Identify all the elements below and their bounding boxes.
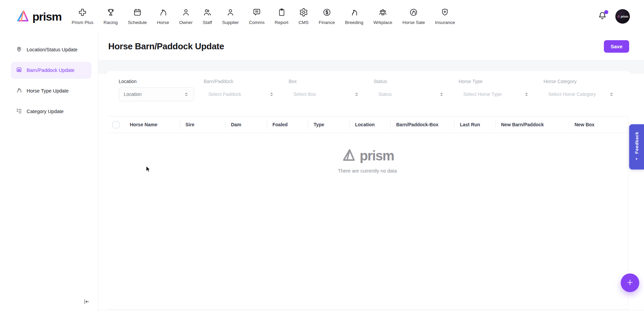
nav-item-label: Prism Plus (72, 20, 94, 25)
nav-item-prism-plus[interactable]: Prism Plus (72, 8, 94, 25)
filter-select-value: Select Horse Category (548, 92, 609, 97)
chevrons-updown-icon (609, 92, 614, 97)
filter-select-horse-category[interactable]: Select Horse Category (544, 87, 619, 101)
column-header-new-barn-paddock: New Barn/Paddock (495, 116, 569, 133)
nav-item-horse[interactable]: Horse (157, 8, 169, 25)
table-header-row: Horse Name Sire Dam Foaled Type Location… (107, 116, 628, 133)
nav-item-supplier[interactable]: Supplier (222, 8, 239, 25)
dollar-icon (322, 8, 331, 17)
nav-item-label: Breeding (345, 20, 363, 25)
nav-item-label: Racing (104, 20, 118, 25)
select-all-checkbox[interactable] (112, 121, 119, 128)
sidebar-item-category-update[interactable]: Category Update (11, 103, 91, 120)
nav-item-staff[interactable]: Staff (203, 8, 212, 25)
sidebar-collapse-button[interactable] (82, 298, 91, 307)
nav-item-schedule[interactable]: Schedule (128, 8, 147, 25)
nav-item-insurance[interactable]: Insurance (435, 8, 455, 25)
filter-select-barn-paddock[interactable]: Select Paddock (204, 87, 279, 101)
chevrons-updown-icon (269, 92, 274, 97)
sidebar-item-horse-type-update[interactable]: Horse Type Update (11, 82, 91, 99)
prism-wordmark: prism (32, 11, 62, 22)
page-title: Horse Barn/Paddock Update (108, 41, 224, 52)
column-header-label: Sire (185, 122, 194, 127)
chevrons-updown-icon (183, 92, 189, 97)
nav-item-label: Schedule (128, 20, 147, 25)
filter-select-value: Select Horse Type (463, 92, 524, 97)
column-separator (569, 121, 569, 128)
checklist-icon (16, 108, 22, 114)
plus-icon (626, 278, 634, 287)
nav-item-finance[interactable]: Finance (319, 8, 335, 25)
horse-icon (158, 8, 168, 17)
empty-state-logo: prism (341, 148, 394, 163)
notification-dot (604, 10, 608, 14)
filter-select-status[interactable]: Status (374, 87, 449, 101)
nav-item-label: CMS (298, 20, 309, 25)
filter-label-status: Status (374, 79, 449, 84)
nav-item-label: Wrkplace (373, 20, 392, 25)
filter-group-status: Status Status (374, 79, 449, 101)
empty-state-wordmark: prism (360, 149, 394, 162)
nav-item-label: Staff (203, 20, 212, 25)
nav-item-label: Horse (157, 20, 169, 25)
empty-state-text: There are currently no data (338, 168, 397, 174)
prism-logo[interactable]: prism (15, 9, 62, 24)
column-header-last-run: Last Run (454, 116, 495, 133)
gear-icon (299, 8, 308, 17)
nav-item-owner[interactable]: Owner (179, 8, 193, 25)
main-content: Horse Barn/Paddock Update Save Location … (98, 33, 644, 312)
main-nav: Prism Plus Racing Schedule Horse Owner S… (72, 8, 455, 25)
nav-item-label: Supplier (222, 20, 239, 25)
nav-item-cms[interactable]: CMS (298, 8, 309, 25)
sidebar-item-label: Location/Status Update (27, 47, 78, 52)
user-avatar[interactable]: prism (615, 9, 630, 24)
nav-item-wrkplace[interactable]: Wrkplace (373, 8, 392, 25)
notifications-button[interactable] (597, 11, 607, 22)
sidebar-item-label: Horse Type Update (27, 88, 69, 94)
nav-item-racing[interactable]: Racing (104, 8, 118, 25)
column-separator (308, 121, 308, 128)
people-icon (203, 8, 212, 17)
filter-group-horse-category: Horse Category Select Horse Category (544, 79, 619, 101)
sidebar-item-label: Category Update (27, 109, 64, 114)
add-button[interactable] (621, 274, 639, 292)
nav-item-horse-sale[interactable]: Horse Sale (402, 8, 425, 25)
content-shell: Location/Status Update Barn/Paddock Upda… (0, 33, 644, 312)
trophy-icon (106, 8, 115, 17)
column-separator (180, 121, 180, 128)
column-header-label: New Box (575, 122, 594, 127)
filter-group-location: Location Location (119, 79, 194, 101)
horse-table: Horse Name Sire Dam Foaled Type Location… (107, 116, 628, 310)
filter-select-horse-type[interactable]: Select Horse Type (459, 87, 534, 101)
nav-item-label: Comms (249, 20, 265, 25)
filter-label-location: Location (119, 79, 194, 84)
column-header-dam: Dam (225, 116, 267, 133)
nav-item-report[interactable]: Report (275, 8, 289, 25)
column-separator (454, 121, 455, 128)
filter-select-value: Select Box (293, 92, 354, 97)
prism-logo-gray-icon (341, 148, 356, 163)
sidebar-item-label: Barn/Paddock Update (27, 68, 75, 73)
sidebar-item-barn-paddock-update[interactable]: Barn/Paddock Update (11, 62, 91, 79)
column-header-horse-name: Horse Name (130, 116, 180, 133)
column-header-label: New Barn/Paddock (501, 122, 544, 127)
bottom-divider (98, 310, 644, 310)
filter-select-box[interactable]: Select Box (289, 87, 364, 101)
column-header-label: Type (314, 122, 324, 127)
nav-right: prism (597, 9, 644, 24)
feedback-tab[interactable]: Feedback (629, 124, 644, 170)
filter-select-location[interactable]: Location (119, 87, 194, 101)
sidebar-menu: Location/Status Update Barn/Paddock Upda… (0, 41, 98, 120)
filter-group-box: Box Select Box (289, 79, 364, 101)
sidebar-item-location-status-update[interactable]: Location/Status Update (11, 41, 91, 58)
save-button[interactable]: Save (604, 40, 629, 53)
checkbox-cell (112, 121, 130, 128)
column-header-foaled: Foaled (267, 116, 308, 133)
column-separator (349, 121, 350, 128)
nav-item-breeding[interactable]: Breeding (345, 8, 363, 25)
nav-item-comms[interactable]: Comms (249, 8, 265, 25)
calendar-icon (133, 8, 142, 17)
avatar-logo-icon (617, 15, 620, 18)
column-separator (495, 121, 496, 128)
person-icon (226, 8, 235, 17)
